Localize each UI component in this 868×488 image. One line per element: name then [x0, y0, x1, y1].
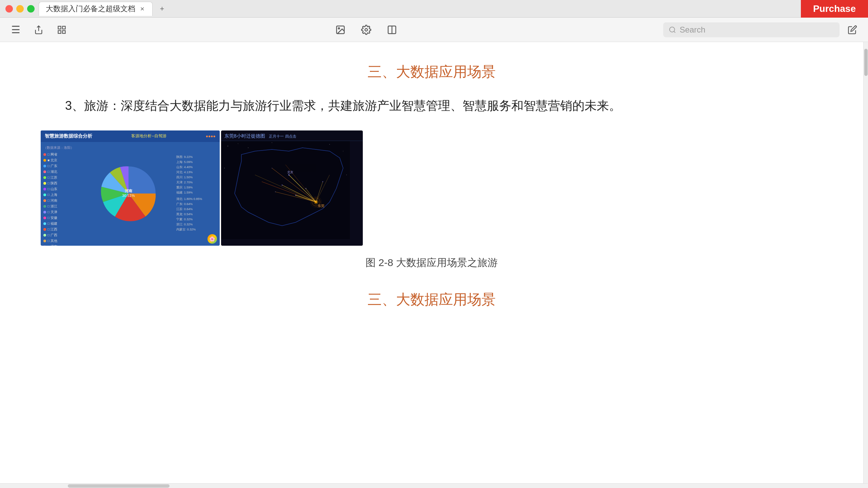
page-area: 三、大数据应用场景 3、旅游：深度结合大数据能力与旅游行业需求，共建旅游产业智慧… — [0, 42, 863, 483]
settings-icon[interactable] — [359, 22, 374, 37]
chart-header: 智慧旅游数据综合分析 客源地分析--自驾游 ●●●● — [41, 130, 220, 142]
svg-point-37 — [288, 174, 290, 176]
svg-point-17 — [248, 147, 249, 148]
svg-point-19 — [329, 144, 330, 145]
section-heading-1: 三、大数据应用场景 — [41, 62, 823, 81]
svg-rect-1 — [58, 26, 61, 29]
toolbar: ☰ — [0, 18, 868, 42]
map-body: 东莞 北京 — [221, 141, 363, 244]
chart-body: （数据来源：洛阳） □ 网省 ■ 北京 □ 广东 □ 湖北 □ 江苏 □ 陕西 … — [41, 142, 220, 245]
sidebar-toggle-icon[interactable]: ☰ — [8, 22, 23, 37]
bottom-scrollbar[interactable] — [0, 483, 868, 488]
share-icon[interactable] — [31, 22, 46, 37]
search-container[interactable] — [663, 22, 840, 37]
close-button[interactable] — [5, 5, 13, 13]
tab-area: 大数据入门必备之超级文档 ✕ + — [39, 2, 863, 16]
bottom-scrollbar-thumb[interactable] — [68, 484, 170, 488]
svg-point-6 — [338, 27, 340, 29]
toolbar-center — [76, 22, 656, 37]
toolbar-right — [663, 22, 860, 37]
svg-point-18 — [272, 142, 272, 143]
chart-image: 智慧旅游数据综合分析 客源地分析--自驾游 ●●●● （数据来源：洛阳） □ 网… — [41, 130, 220, 246]
svg-point-21 — [224, 168, 225, 168]
scrollbar-thumb[interactable] — [864, 49, 868, 76]
svg-point-43 — [272, 168, 272, 168]
split-view-icon[interactable] — [384, 22, 399, 37]
toolbar-left: ☰ — [8, 22, 69, 37]
tab-title: 大数据入门必备之超级文档 — [46, 4, 135, 14]
section-heading-2: 三、大数据应用场景 — [41, 290, 823, 309]
svg-rect-4 — [62, 30, 65, 33]
svg-rect-14 — [221, 141, 350, 239]
new-tab-button[interactable]: + — [155, 2, 169, 16]
search-input[interactable] — [679, 25, 834, 35]
purchase-button[interactable]: Purchase — [801, 0, 868, 18]
window-controls — [5, 5, 35, 13]
chart-legend: （数据来源：洛阳） □ 网省 ■ 北京 □ 广东 □ 湖北 □ 江苏 □ 陕西 … — [43, 144, 81, 243]
pie-chart: 河南 30.51% — [83, 144, 174, 243]
svg-point-22 — [346, 175, 347, 175]
image-container: 智慧旅游数据综合分析 客源地分析--自驾游 ●●●● （数据来源：洛阳） □ 网… — [41, 130, 363, 246]
minimize-button[interactable] — [16, 5, 24, 13]
titlebar: 大数据入门必备之超级文档 ✕ + Purchase — [0, 0, 868, 18]
svg-point-41 — [322, 181, 323, 182]
image-view-icon[interactable] — [333, 22, 348, 37]
document-tab[interactable]: 大数据入门必备之超级文档 ✕ — [39, 2, 153, 16]
tab-close-button[interactable]: ✕ — [139, 5, 145, 12]
chart-right-labels: 陕西: 9.22% 上海: 5.09% 山东: 4.40% 河北: 4.13% … — [176, 144, 217, 243]
grid-icon[interactable] — [54, 22, 69, 37]
svg-point-10 — [670, 27, 675, 32]
svg-text:河南: 河南 — [125, 189, 132, 193]
svg-point-7 — [365, 28, 368, 31]
svg-point-16 — [238, 143, 238, 144]
edit-button[interactable] — [845, 22, 860, 37]
svg-text:东莞: 东莞 — [318, 204, 324, 208]
figure-caption: 图 2-8 大数据应用场景之旅游 — [41, 256, 823, 270]
svg-text:30.51%: 30.51% — [122, 194, 135, 198]
svg-text:北京: 北京 — [287, 170, 293, 174]
svg-point-42 — [275, 191, 276, 192]
scrollbar-track[interactable] — [863, 42, 868, 483]
svg-rect-2 — [62, 26, 65, 29]
svg-point-39 — [281, 184, 282, 185]
search-icon — [669, 26, 676, 34]
maximize-button[interactable] — [27, 5, 35, 13]
body-text: 3、旅游：深度结合大数据能力与旅游行业需求，共建旅游产业智慧管理、智慧服务和智慧… — [41, 95, 823, 117]
chart-title: 智慧旅游数据综合分析 — [45, 133, 92, 139]
map-title: 东莞8小时迁徙德图 正月十一 四点击 — [221, 130, 363, 141]
svg-point-15 — [228, 146, 228, 146]
svg-point-40 — [305, 188, 306, 189]
svg-point-20 — [343, 151, 343, 151]
map-image: 东莞8小时迁徙德图 正月十一 四点击 — [221, 130, 363, 246]
svg-point-38 — [295, 195, 296, 196]
svg-line-11 — [674, 31, 675, 33]
svg-rect-3 — [58, 30, 61, 33]
chart-subtitle: 客源地分析--自驾游 — [131, 133, 166, 139]
